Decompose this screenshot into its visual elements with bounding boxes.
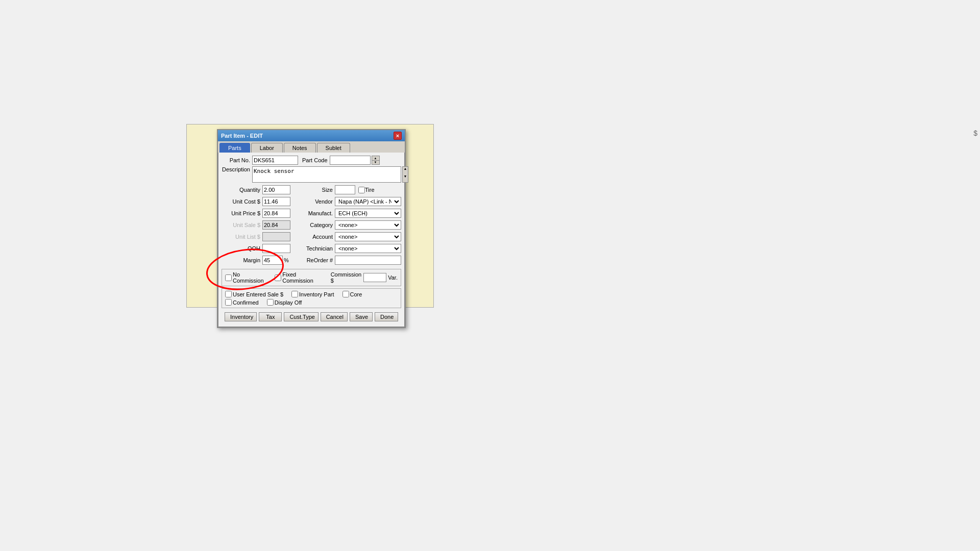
- save-button[interactable]: Save: [350, 312, 373, 321]
- size-tire-row: Size Tire: [304, 185, 401, 195]
- spin-down-icon[interactable]: ▼: [372, 161, 379, 165]
- manufact-row: Manufact. ECH (ECH): [304, 208, 401, 218]
- commission-dollar-label: Commission $: [331, 271, 362, 284]
- unit-cost-label: Unit Cost $: [222, 198, 262, 205]
- description-row: Description ▲ ▼: [222, 166, 401, 183]
- unit-sale-row: Unit Sale $: [222, 220, 302, 230]
- no-commission-label: No Commission: [225, 271, 270, 284]
- var-label: Var.: [388, 274, 398, 281]
- description-label: Description: [222, 166, 252, 172]
- no-commission-checkbox[interactable]: [225, 274, 232, 281]
- inventory-part-checkbox[interactable]: [291, 291, 298, 297]
- qoh-row: QOH: [222, 243, 302, 254]
- vendor-label: Vendor: [304, 198, 335, 205]
- margin-pct: %: [284, 257, 289, 263]
- partcode-spinner[interactable]: ▲ ▼: [372, 156, 380, 165]
- unit-sale-input[interactable]: [262, 220, 290, 230]
- done-button[interactable]: Done: [375, 312, 398, 321]
- reorder-label: ReOrder #: [304, 257, 335, 263]
- unit-list-label: Unit List $: [222, 234, 262, 240]
- dialog-content: Part No. Part Code ▲ ▼ Description ▲ ▼: [218, 153, 405, 327]
- close-button[interactable]: ×: [394, 132, 402, 140]
- tab-bar: Parts Labor Notes Sublet: [218, 141, 405, 153]
- left-column: Quantity Unit Cost $ Unit Price $ Unit S…: [222, 185, 302, 267]
- tab-labor[interactable]: Labor: [251, 143, 283, 153]
- qoh-label: QOH: [222, 245, 262, 252]
- partno-label: Part No.: [222, 157, 252, 163]
- commission-dollar-input[interactable]: [363, 273, 386, 282]
- cust-type-button[interactable]: Cust.Type: [284, 312, 318, 321]
- unit-price-input[interactable]: [262, 209, 290, 218]
- fixed-commission-checkbox[interactable]: [275, 274, 281, 281]
- tab-notes[interactable]: Notes: [284, 143, 316, 153]
- core-checkbox[interactable]: [342, 291, 349, 297]
- size-label: Size: [304, 187, 335, 193]
- partcode-label: Part Code: [302, 157, 328, 163]
- confirmed-label: Confirmed: [225, 299, 259, 306]
- core-label: Core: [342, 291, 362, 297]
- size-input[interactable]: [335, 185, 355, 194]
- right-column: Size Tire Vendor Napa (NAP) <Link - Napa…: [304, 185, 401, 267]
- inventory-button[interactable]: Inventory: [225, 312, 257, 321]
- spin-up-icon[interactable]: ▲: [372, 156, 379, 161]
- button-bar: Inventory Tax Cust.Type Cancel Save Done: [222, 310, 401, 323]
- unit-cost-input[interactable]: [262, 197, 290, 206]
- partno-row: Part No. Part Code ▲ ▼: [222, 156, 401, 165]
- description-input[interactable]: [252, 166, 401, 183]
- unit-price-row: Unit Price $: [222, 208, 302, 218]
- unit-price-label: Unit Price $: [222, 210, 262, 216]
- reorder-input[interactable]: [335, 256, 401, 265]
- dialog-title-bar: Part Item - EDIT ×: [218, 130, 405, 141]
- technician-row: Technician <none>: [304, 243, 401, 254]
- cancel-button[interactable]: Cancel: [321, 312, 348, 321]
- quantity-label: Quantity: [222, 187, 262, 193]
- account-row: Account <none>: [304, 232, 401, 242]
- commission-section: No Commission Fixed Commission Commissio…: [222, 269, 401, 286]
- tax-button[interactable]: Tax: [259, 312, 282, 321]
- manufact-select[interactable]: ECH (ECH): [335, 209, 401, 218]
- account-label: Account: [304, 234, 335, 240]
- margin-label: Margin: [222, 257, 262, 263]
- reorder-row: ReOrder #: [304, 255, 401, 265]
- margin-row: Margin %: [222, 255, 302, 265]
- category-label: Category: [304, 222, 335, 228]
- vendor-select[interactable]: Napa (NAP) <Link - Napa>: [335, 197, 401, 206]
- quantity-row: Quantity: [222, 185, 302, 195]
- dollar-sign-indicator: $: [973, 129, 977, 137]
- inventory-part-label: Inventory Part: [291, 291, 334, 297]
- dialog-title: Part Item - EDIT: [221, 133, 263, 139]
- tire-label: Tire: [365, 187, 375, 193]
- unit-cost-row: Unit Cost $: [222, 196, 302, 207]
- desc-scroll-up[interactable]: ▲: [403, 167, 408, 174]
- category-select[interactable]: <none>: [335, 220, 401, 230]
- category-row: Category <none>: [304, 220, 401, 230]
- desc-scroll-down[interactable]: ▼: [403, 174, 408, 182]
- bottom-checkboxes: User Entered Sale $ Inventory Part Core …: [222, 288, 401, 308]
- vendor-row: Vendor Napa (NAP) <Link - Napa>: [304, 196, 401, 207]
- qoh-input[interactable]: [262, 244, 290, 253]
- part-item-edit-dialog: Part Item - EDIT × Parts Labor Notes Sub…: [217, 129, 406, 328]
- technician-select[interactable]: <none>: [335, 244, 401, 253]
- quantity-input[interactable]: [262, 185, 290, 194]
- unit-list-row: Unit List $: [222, 232, 302, 242]
- tab-sublet[interactable]: Sublet: [317, 143, 350, 153]
- unit-sale-label: Unit Sale $: [222, 222, 262, 228]
- tab-parts[interactable]: Parts: [219, 143, 250, 153]
- tire-checkbox[interactable]: [358, 187, 365, 193]
- partcode-input[interactable]: [330, 156, 371, 165]
- user-entered-sale-label: User Entered Sale $: [225, 291, 283, 297]
- display-off-checkbox[interactable]: [267, 299, 274, 306]
- main-fields: Quantity Unit Cost $ Unit Price $ Unit S…: [222, 185, 401, 267]
- display-off-label: Display Off: [267, 299, 302, 306]
- account-select[interactable]: <none>: [335, 232, 401, 241]
- margin-input[interactable]: [262, 256, 283, 265]
- confirmed-checkbox[interactable]: [225, 299, 232, 306]
- manufact-label: Manufact.: [304, 210, 335, 216]
- unit-list-input[interactable]: [262, 232, 290, 241]
- commission-amount-row: Commission $ Var.: [331, 271, 398, 284]
- partno-input[interactable]: [252, 156, 298, 165]
- user-entered-sale-checkbox[interactable]: [225, 291, 232, 297]
- technician-label: Technician: [304, 245, 335, 252]
- fixed-commission-label: Fixed Commission: [275, 271, 325, 284]
